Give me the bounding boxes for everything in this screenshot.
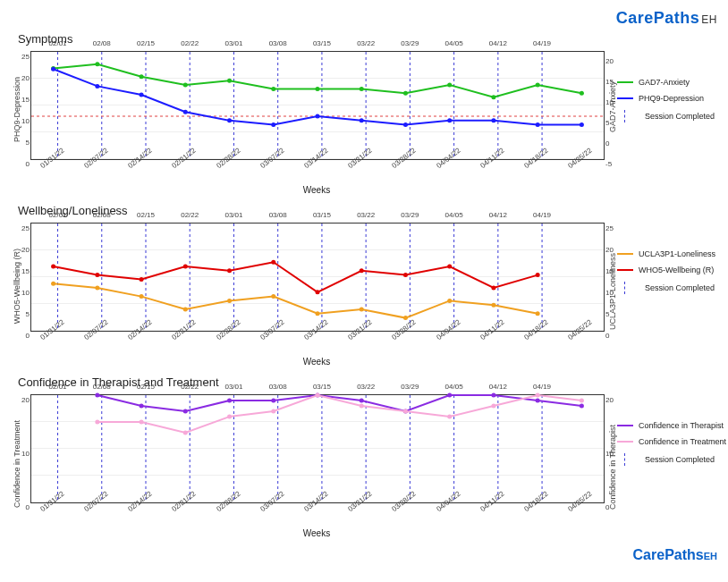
series-point	[51, 282, 55, 286]
y-left-tick: 15	[12, 96, 30, 104]
session-date-tick: 03/22	[357, 39, 375, 47]
series-point	[403, 122, 408, 127]
legend-item-session: Session Completed	[617, 110, 717, 122]
series-point	[95, 62, 99, 66]
series-point	[271, 294, 275, 299]
series-point	[140, 277, 144, 282]
session-date-tick: 03/29	[401, 39, 419, 47]
series-point	[403, 316, 408, 320]
session-date-tick: 02/01	[49, 211, 67, 219]
series-point	[491, 393, 495, 398]
legend-label: Confidence in Therapist	[639, 421, 724, 430]
series-line	[54, 283, 538, 317]
session-date-tick: 04/12	[489, 383, 507, 391]
chart-panel-confidence: Confidence in Therapist and TreatmentCon…	[11, 375, 717, 538]
series-point	[360, 268, 364, 273]
series-point	[227, 415, 232, 419]
y-left-tick: 15	[12, 267, 30, 275]
session-date-tick: 03/15	[313, 39, 331, 47]
y-left-tick: 10	[12, 289, 30, 297]
series-point	[183, 265, 188, 269]
session-date-tick: 02/01	[49, 39, 67, 47]
x-axis-label: Weeks	[30, 528, 603, 538]
series-point	[183, 110, 188, 114]
legend-label: GAD7-Anxiety	[639, 78, 690, 87]
legend-item: Confidence in Therapist	[617, 421, 726, 430]
session-date-tick: 02/15	[137, 211, 155, 219]
legend-item: UCLA3P1-Loneliness	[617, 249, 717, 258]
session-date-tick: 04/05	[445, 383, 463, 391]
series-point	[183, 409, 188, 414]
y-left-tick: 20	[12, 396, 30, 404]
session-date-tick: 02/01	[49, 383, 67, 391]
series-line	[97, 395, 582, 433]
session-date-tick: 02/08	[93, 39, 111, 47]
series-point	[316, 311, 320, 316]
session-date-tick: 02/22	[181, 211, 199, 219]
series-point	[580, 404, 584, 409]
series-point	[580, 122, 584, 127]
series-point	[316, 87, 320, 91]
series-line	[97, 395, 582, 411]
series-point	[447, 265, 452, 269]
series-point	[360, 308, 364, 312]
series-point	[183, 431, 188, 435]
chart-panel-symptoms: SymptomsPHQ9-Depression02/0102/0802/1502…	[11, 32, 717, 195]
series-point	[316, 290, 320, 294]
legend-item: Confidence in Treatment	[617, 437, 726, 446]
session-date-tick: 03/15	[313, 211, 331, 219]
series-point	[360, 399, 364, 403]
legend-item-session: Session Completed	[617, 282, 717, 294]
series-point	[447, 118, 452, 122]
series-point	[140, 93, 144, 97]
session-date-tick: 03/22	[357, 383, 375, 391]
series-point	[271, 409, 275, 414]
series-point	[447, 299, 452, 303]
legend-label: Session Completed	[645, 112, 715, 121]
plot-area: 02/0102/0802/1502/2203/0103/0803/1503/22…	[30, 394, 605, 503]
series-point	[491, 95, 495, 99]
session-date-tick: 02/22	[181, 39, 199, 47]
y-left-tick: 25	[12, 53, 30, 61]
session-date-tick: 03/15	[313, 383, 331, 391]
y-left-tick: 0	[12, 332, 30, 340]
series-point	[536, 122, 540, 127]
legend-label: Session Completed	[645, 283, 715, 292]
series-point	[51, 67, 55, 72]
session-date-tick: 03/29	[401, 211, 419, 219]
series-point	[536, 273, 540, 277]
series-point	[140, 404, 144, 409]
y-left-tick: 0	[12, 503, 30, 511]
series-point	[271, 122, 275, 127]
series-point	[491, 286, 495, 291]
series-point	[140, 420, 144, 425]
brand-logo: CarePathsEH	[616, 9, 717, 28]
series-point	[403, 91, 408, 96]
session-date-tick: 03/01	[224, 383, 242, 391]
legend-label: WHO5-Wellbeing (R)	[639, 266, 714, 274]
legend-label: PHQ9-Depression	[639, 94, 704, 103]
session-date-tick: 04/12	[489, 39, 507, 47]
session-date-tick: 04/19	[533, 383, 551, 391]
session-date-tick: 04/05	[445, 211, 463, 219]
series-point	[183, 82, 188, 87]
series-point	[271, 260, 275, 265]
y-axis-right-label: UCLA3P1-Loneliness	[608, 253, 617, 330]
legend: GAD7-AnxietyPHQ9-DepressionSession Compl…	[610, 51, 717, 130]
plot-area: 02/0102/0802/1502/2203/0103/0803/1503/22…	[30, 51, 605, 160]
y-left-tick: 25	[12, 224, 30, 232]
legend-swatch-session	[624, 282, 638, 294]
series-point	[447, 393, 452, 398]
legend: Confidence in TherapistConfidence in Tre…	[610, 394, 726, 473]
brand-suffix: EH	[701, 13, 717, 26]
session-date-tick: 03/29	[401, 383, 419, 391]
series-point	[95, 420, 99, 425]
session-date-tick: 03/01	[224, 39, 242, 47]
series-point	[491, 118, 495, 122]
y-right-tick: 20	[605, 56, 623, 64]
series-line	[54, 262, 538, 292]
y-right-tick: 25	[605, 224, 623, 232]
series-point	[360, 87, 364, 91]
series-point	[227, 399, 232, 403]
series-point	[536, 399, 540, 403]
